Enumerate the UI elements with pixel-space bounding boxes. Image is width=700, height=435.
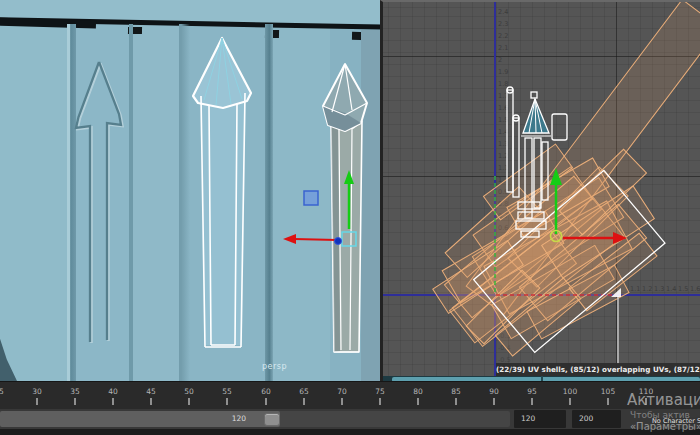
range-slider-bar[interactable]: 120 [0, 411, 280, 427]
timeline-tick-label: 90 [489, 387, 499, 396]
selection-handle-square[interactable] [304, 191, 318, 205]
timeline-tick-label: 85 [451, 387, 461, 396]
timeline-tick-label: 30 [32, 387, 42, 396]
timeline-tick-label: 65 [299, 387, 309, 396]
timeline-tick-mark [531, 398, 533, 405]
timeline-tick-mark [74, 398, 76, 405]
timeline-tick-mark [455, 398, 457, 405]
x-axis-arrowhead[interactable] [283, 234, 296, 244]
perspective-viewport[interactable]: persp [0, 0, 380, 381]
engraved-arrow-relief[interactable] [76, 62, 123, 343]
timeline-tick-label: 75 [375, 387, 385, 396]
timeline-tick-label: 105 [601, 387, 615, 396]
uv-axis-unit-highlights [495, 176, 621, 364]
range-slider-handle[interactable] [264, 413, 280, 426]
uv-editor-panel[interactable]: 2.42.32.22.121.91.81.71.61.51.41.31.21.1… [380, 0, 700, 381]
uv-statistics-readout: (22/39) UV shells, (85/12) overlapping U… [496, 363, 700, 376]
uv-u-axis-arrowhead[interactable] [613, 232, 627, 244]
uv-selection-overlay [383, 2, 700, 381]
timeline-tick-mark [379, 398, 381, 405]
spear-right-selected[interactable] [323, 30, 380, 381]
bottom-strip [0, 429, 700, 435]
animation-end-field[interactable]: 200 [572, 410, 621, 428]
character-set-menu[interactable]: No Character Se [652, 417, 700, 425]
timeline-tick-mark [569, 398, 571, 405]
viewport-canvas [0, 0, 380, 381]
range-slider-row: 120 120 200 [0, 409, 700, 429]
time-slider[interactable]: 253035404550556065707580859095100105110 [0, 381, 700, 409]
timeline-tick-mark [150, 398, 152, 405]
timeline-tick-label: 100 [563, 387, 577, 396]
playback-end-field[interactable]: 120 [514, 410, 566, 428]
range-end-value: 120 [232, 414, 246, 423]
manipulator-center[interactable] [335, 238, 342, 245]
timeline-tick-label: 45 [146, 387, 156, 396]
timeline-tick-mark [303, 398, 305, 405]
uv-selected-shell-wireframe[interactable] [474, 87, 665, 352]
timeline-tick-label: 35 [70, 387, 80, 396]
timeline-tick-mark [341, 398, 343, 405]
timeline-tick-label: 25 [0, 387, 4, 396]
timeline-tick-mark [645, 398, 647, 405]
timeline-tick-mark [188, 398, 190, 405]
timeline-tick-label: 70 [337, 387, 347, 396]
timeline-tick-mark [417, 398, 419, 405]
timeline-tick-mark [226, 398, 228, 405]
maya-window: persp 2.42.32.22.121.91.81.71.61.51.41.3… [0, 0, 700, 435]
timeline-tick-label: 95 [527, 387, 537, 396]
timeline-tick-label: 110 [639, 387, 653, 396]
timeline-tick-label: 55 [222, 387, 232, 396]
timeline-tick-mark [607, 398, 609, 405]
timeline-tick-mark [265, 398, 267, 405]
uv-v-axis-arrowhead[interactable] [550, 168, 562, 185]
timeline-tick-label: 60 [261, 387, 271, 396]
timeline-tick-label: 40 [108, 387, 118, 396]
timeline-tick-label: 50 [184, 387, 194, 396]
x-axis-arrow[interactable] [294, 239, 337, 240]
camera-name-label: persp [262, 362, 287, 371]
spear-middle-selected[interactable] [193, 38, 251, 347]
timeline-tick-mark [493, 398, 495, 405]
timeline-tick-label: 80 [413, 387, 423, 396]
timeline-tick-mark [112, 398, 114, 405]
timeline-tick-mark [36, 398, 38, 405]
